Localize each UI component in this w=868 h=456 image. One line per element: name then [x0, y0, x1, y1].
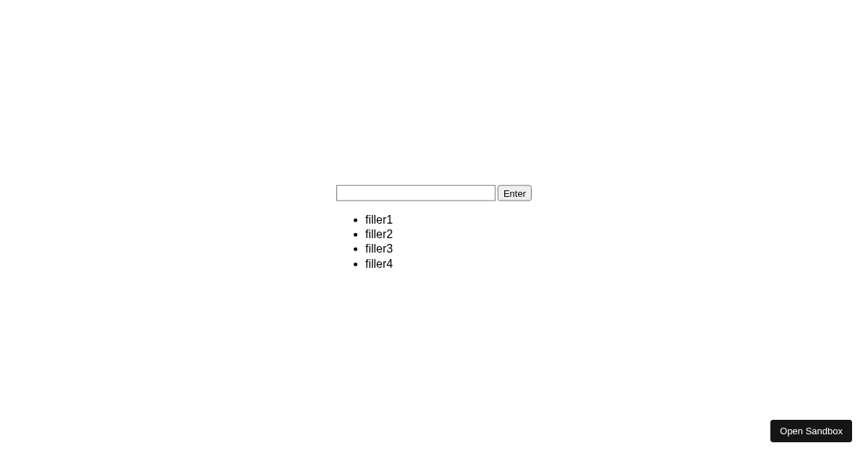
open-sandbox-button[interactable]: Open Sandbox [770, 420, 852, 442]
item-list: filler1 filler2 filler3 filler4 [336, 213, 532, 271]
input-row: Enter [336, 185, 532, 201]
list-item: filler1 [365, 213, 532, 227]
text-input[interactable] [336, 185, 495, 201]
main-panel: Enter filler1 filler2 filler3 filler4 [336, 185, 532, 271]
enter-button[interactable]: Enter [498, 185, 532, 201]
list-item: filler4 [365, 256, 532, 270]
list-item: filler2 [365, 227, 532, 241]
list-item: filler3 [365, 242, 532, 256]
